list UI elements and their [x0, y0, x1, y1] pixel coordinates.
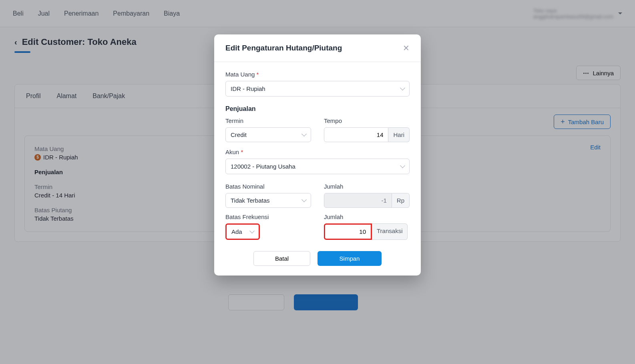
- penjualan-section: Penjualan: [225, 105, 410, 113]
- akun-select-value: 120002 - Piutang Usaha: [231, 163, 295, 170]
- tempo-input[interactable]: [324, 127, 388, 142]
- akun-label: Akun *: [225, 149, 410, 155]
- jumlah-freq-unit: Transaksi: [372, 223, 408, 240]
- termin-select-value: Credit: [231, 131, 247, 138]
- chevron-down-icon: [302, 131, 306, 138]
- chevron-down-icon: [250, 228, 254, 235]
- close-icon[interactable]: ✕: [403, 43, 410, 53]
- currency-select-value: IDR - Rupiah: [231, 85, 265, 92]
- modal-title: Edit Pengaturan Hutang/Piutang: [225, 44, 342, 52]
- termin-select[interactable]: Credit: [225, 127, 311, 142]
- chevron-down-icon: [401, 85, 404, 92]
- modal-overlay: Edit Pengaturan Hutang/Piutang ✕ Mata Ua…: [0, 0, 635, 364]
- jumlah-freq-label: Jumlah: [324, 213, 410, 220]
- tempo-unit: Hari: [388, 127, 410, 142]
- jumlah-nominal-label: Jumlah: [324, 183, 410, 190]
- jumlah-nominal-input: [324, 193, 392, 208]
- cancel-button[interactable]: Batal: [253, 251, 310, 266]
- batas-nominal-select[interactable]: Tidak Terbatas: [225, 193, 311, 208]
- modal-mata-uang-label: Mata Uang *: [225, 71, 410, 78]
- jumlah-freq-input[interactable]: [324, 223, 372, 240]
- chevron-down-icon: [302, 197, 306, 204]
- batas-frekuensi-select[interactable]: Ada: [225, 223, 260, 240]
- batas-nominal-value: Tidak Terbatas: [231, 197, 270, 204]
- batas-frekuensi-value: Ada: [231, 228, 242, 235]
- termin-label: Termin: [225, 117, 311, 124]
- save-button[interactable]: Simpan: [318, 251, 382, 266]
- jumlah-nominal-unit: Rp: [392, 193, 410, 208]
- batas-nominal-label: Batas Nominal: [225, 183, 311, 190]
- edit-hutang-modal: Edit Pengaturan Hutang/Piutang ✕ Mata Ua…: [214, 34, 421, 276]
- batas-frekuensi-label: Batas Frekuensi: [225, 213, 311, 220]
- tempo-label: Tempo: [324, 117, 410, 124]
- akun-select[interactable]: 120002 - Piutang Usaha: [225, 159, 410, 174]
- chevron-down-icon: [401, 163, 404, 170]
- currency-select[interactable]: IDR - Rupiah: [225, 81, 410, 97]
